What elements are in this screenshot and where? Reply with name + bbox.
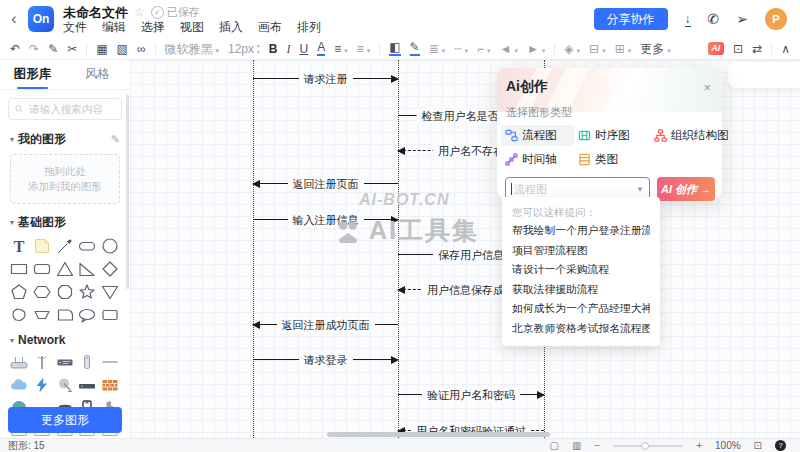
network-shape-cable[interactable] [100,352,120,372]
shape-note[interactable] [32,236,52,256]
back-icon[interactable]: ‹ [0,0,28,38]
shape-rect[interactable] [9,259,29,279]
board-view-icon[interactable]: ▢ [549,441,558,451]
line-width-select[interactable]: ≣▾ [429,43,446,55]
network-shape-tower[interactable] [77,352,97,372]
basic-shapes-section-header[interactable]: ▾ 基础图形 [0,208,130,234]
shape-octagon[interactable] [55,282,75,302]
shape-hexagon[interactable] [32,282,52,302]
suggestion-item-2[interactable]: 请设计一个采购流程 [512,260,650,280]
find-replace-icon[interactable]: ⊡ [733,43,743,55]
redo-icon[interactable]: ↷ [29,43,39,55]
shape-search[interactable] [8,98,122,120]
shape-diamond[interactable] [100,259,120,279]
send-icon[interactable]: ➢ [736,12,748,26]
fit-screen-icon[interactable]: ⊡ [754,441,762,451]
shape-circle[interactable] [100,236,120,256]
suggestion-item-4[interactable]: 如何成长为一个产品经理大神 [512,299,650,319]
shape-star[interactable] [77,282,97,302]
menu-item-2[interactable]: 选择 [141,21,165,33]
shape-down-triangle[interactable] [100,282,120,302]
document-title[interactable]: 未命名文件 [63,6,128,19]
ai-create-button[interactable]: AI 创作 → [657,177,715,201]
zoom-slider-knob[interactable] [641,442,649,450]
insert-image-icon[interactable]: ▧ [117,43,128,55]
more-select[interactable]: 更多▾ [640,43,671,55]
shape-pen[interactable] [55,236,75,256]
insert-frame-icon[interactable]: ▦ [96,43,107,55]
zoom-in-icon[interactable]: + [696,441,702,451]
line-height-select[interactable]: ≡▾ [334,43,348,55]
share-collab-button[interactable]: 分享协作 [594,8,668,30]
help-icon[interactable]: ? [775,440,786,451]
font-size-stepper[interactable]: 12px▴▾ [228,42,260,54]
clear-format-icon[interactable]: ✂ [67,43,77,55]
minimap-icon[interactable]: ▥ [572,441,581,451]
stroke-color-button[interactable]: ✎ [410,41,420,56]
font-color-button[interactable]: A [317,41,325,56]
shape-triangle[interactable] [55,259,75,279]
font-family-select[interactable]: 微软雅黑▾ [165,43,220,55]
diagram-type-2[interactable]: 组织结构图 [650,125,733,146]
shape-round-corner-rect[interactable] [55,305,75,325]
menu-item-3[interactable]: 视图 [180,21,204,33]
diagram-type-3[interactable]: 时间轴 [501,149,574,170]
sidebar-tab-1[interactable]: 风格 [65,60,130,89]
diagram-type-1[interactable]: 时序图 [574,125,650,146]
sidebar-scrollbar[interactable] [126,94,129,289]
shape-rounded-rect[interactable] [32,259,52,279]
close-icon[interactable]: × [703,81,711,94]
zoom-level[interactable]: 100% [715,440,741,451]
network-shape-antenna[interactable] [32,352,52,372]
lifeline-0[interactable] [253,60,254,438]
arrow-end-select[interactable]: ►▾ [527,43,545,55]
zoom-out-icon[interactable]: − [594,441,600,451]
shape-dropzone[interactable]: 拖到此处 添加到我的图形 [10,154,120,204]
lifeline-1[interactable] [398,60,399,438]
menu-item-1[interactable]: 编辑 [102,21,126,33]
avatar[interactable]: P [765,8,787,30]
layers-select[interactable]: ◈▾ [564,43,580,55]
bold-button[interactable]: B [269,43,278,55]
download-icon[interactable]: ↓ [685,12,691,27]
shape-right-triangle[interactable] [77,259,97,279]
diagram-type-0[interactable]: 流程图 [501,125,574,146]
chevron-down-icon[interactable]: ▼ [636,185,644,194]
network-shape-modem[interactable] [77,375,97,395]
undo-icon[interactable]: ↶ [10,43,20,55]
connector-type-select[interactable]: ⌐▾ [477,43,491,55]
format-painter-icon[interactable]: ✎ [48,43,58,55]
menu-item-0[interactable]: 文件 [63,21,87,33]
shape-small-rect[interactable] [100,305,120,325]
network-shape-satellite[interactable] [55,375,75,395]
table-select[interactable]: ⊞▾ [615,43,632,55]
suggestion-item-0[interactable]: 帮我绘制一个用户登录注册流程 [512,221,650,241]
network-section-header[interactable]: ▾ Network [0,325,130,350]
menu-item-5[interactable]: 画布 [258,21,282,33]
more-shapes-button[interactable]: 更多图形 [8,407,122,433]
network-shape-lightning[interactable] [32,375,52,395]
network-shape-server[interactable] [55,352,75,372]
ai-assistant-button[interactable]: AI [708,42,725,56]
canvas-horizontal-scrollbar[interactable] [327,432,550,437]
search-input[interactable] [27,102,115,116]
shape-pill[interactable] [77,236,97,256]
line-style-select[interactable]: ┄▾ [454,43,468,55]
italic-button[interactable]: I [286,43,290,55]
network-shape-firewall[interactable] [100,375,120,395]
collapse-toolbar-icon[interactable]: ∧ [781,43,790,55]
suggestion-item-1[interactable]: 项目管理流程图 [512,241,650,261]
shape-pentagon[interactable] [9,282,29,302]
suggestion-item-5[interactable]: 北京教师资格考试报名流程图 [512,319,650,339]
shape-cloud-shape[interactable] [9,305,29,325]
fill-color-button[interactable]: ◧ [389,41,400,56]
edit-pencil-icon[interactable]: ✎ [111,133,120,146]
insert-link-icon[interactable]: ∞ [137,43,146,55]
network-shape-cloud[interactable] [9,375,29,395]
sidebar-tab-0[interactable]: 图形库 [0,60,65,89]
suggestion-item-3[interactable]: 获取法律援助流程 [512,280,650,300]
arrow-start-select[interactable]: ◄▾ [500,43,518,55]
network-shape-router[interactable] [9,352,29,372]
shape-speech-bubble[interactable] [77,305,97,325]
shape-text[interactable]: T [9,236,29,256]
